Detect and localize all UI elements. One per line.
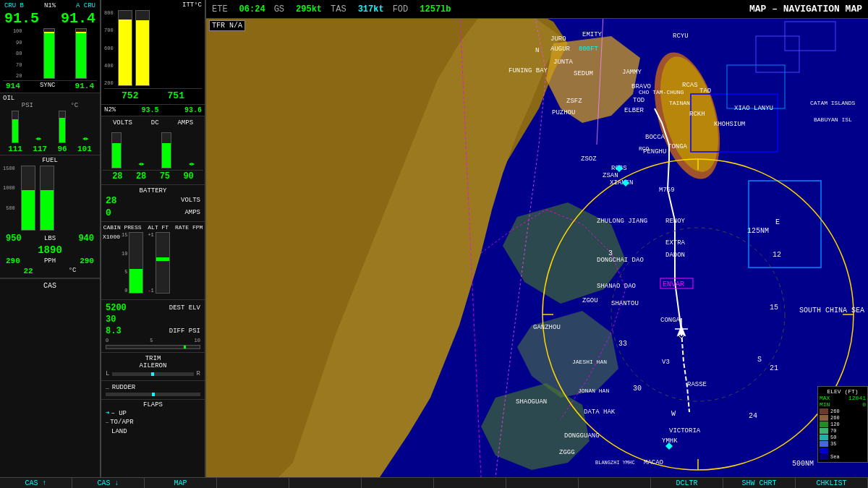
c-label: °C (70, 102, 78, 109)
elev-max-value: 12841 (848, 395, 866, 401)
dest-num: 30 (106, 314, 116, 325)
btn-empty3 (362, 478, 434, 488)
svg-text:SHANAO DAO: SHANAO DAO (597, 283, 636, 290)
svg-text:S: S (757, 356, 762, 364)
svg-text:500NM: 500NM (792, 460, 814, 468)
lbs-label: LBS (44, 235, 56, 244)
scale-20: 20 (13, 73, 22, 79)
btn-dcltr[interactable]: DCLTR (651, 478, 723, 488)
svg-text:AUGUR: AUGUR (550, 46, 571, 53)
btn-chklist[interactable]: CHKLIST (796, 478, 868, 488)
fuel-1000: 1000 (3, 185, 15, 191)
cabin-15: 15 (122, 232, 127, 238)
svg-text:BLANGZHI YMHC: BLANGZHI YMHC (595, 460, 635, 466)
svg-text:SEDUM: SEDUM (574, 70, 593, 77)
cas-label: CAS (43, 282, 56, 290)
bat-volts: 28 (106, 195, 117, 206)
pph-right: 290 (80, 257, 94, 265)
tas-label: TAS (331, 4, 346, 14)
n1-left-value: 91.5 (4, 10, 39, 27)
fod-label: FOD (393, 4, 409, 14)
ete-label: ETE (212, 4, 228, 14)
header-bar: ETE 06:24 GS 295kt TAS 317kt FOD 1257lb … (206, 0, 868, 19)
cabin-press-header: CABIN PRESS ALT FT RATE FPM (103, 224, 203, 231)
btn-empty5 (506, 478, 579, 488)
sync-left: 914 (6, 82, 20, 90)
dest-value: 5200 (106, 303, 127, 313)
svg-text:ZGGG: ZGGG (559, 449, 575, 456)
pph-label: PPH (44, 257, 56, 265)
svg-text:ZSFZ: ZSFZ (566, 98, 582, 105)
map-area[interactable]: ENVAR JURO EMITY AUGUR 800FT RCYU JUNTA … (206, 0, 868, 477)
scale-700: 700 (104, 27, 114, 33)
svg-text:KHOHSIUM: KHOHSIUM (714, 121, 745, 128)
aileron-label: AILERON (103, 362, 203, 369)
svg-text:VICTORIA: VICTORIA (669, 427, 701, 435)
svg-text:RCO: RCO (639, 145, 650, 152)
svg-text:SOUTH CHINA SEA: SOUTH CHINA SEA (799, 307, 864, 314)
tfr-label: TFR N/A (209, 20, 245, 31)
temp-left: 96 (57, 145, 67, 153)
diff-scale-5: 5 (150, 338, 153, 343)
pph-left: 290 (6, 257, 20, 265)
btn-map[interactable]: MAP (145, 478, 217, 488)
trim-lr-right: R (197, 370, 200, 377)
scale-100: 100 (13, 28, 22, 34)
itt-header: ITT°C (104, 1, 202, 9)
diff-psi-label: DIFF PSI (169, 328, 200, 335)
flaps-up: – UP (111, 410, 127, 417)
bat-amps-label: AMPS (184, 209, 200, 218)
svg-text:JUNTA: JUNTA (553, 59, 574, 66)
x1000-label: X1000 (103, 232, 120, 240)
svg-text:E: E (775, 218, 780, 226)
btn-cas-dn[interactable]: CAS ↓ (72, 478, 145, 488)
svg-text:BABUYAN ISL: BABUYAN ISL (814, 116, 852, 123)
fuel-lbs-right: 940 (78, 234, 94, 244)
elev-min-value: 0 (862, 401, 866, 408)
battery-label: BATTERY (103, 187, 203, 194)
rudder-label: RUDDER (112, 384, 135, 391)
amps-label: AMPS (177, 119, 193, 127)
psi-label: PSI (22, 102, 33, 109)
svg-text:CONGA: CONGA (660, 317, 681, 324)
bottom-bar: CAS ↑ CAS ↓ MAP DCLTR SHW CHRT CHKLIST (0, 477, 868, 488)
svg-text:FUNING BAY: FUNING BAY (509, 67, 548, 74)
btn-empty1 (217, 478, 289, 488)
itt-left: 752 (122, 90, 138, 101)
svg-text:ELBER: ELBER (624, 107, 644, 114)
svg-text:RENOY: RENOY (665, 218, 686, 225)
svg-text:RASSE: RASSE (687, 381, 707, 388)
fod-value: 1257lb (420, 4, 451, 14)
svg-text:JAESHI HAN: JAESHI HAN (572, 359, 607, 365)
svg-text:ZGOU: ZGOU (582, 297, 598, 304)
svg-text:DONGGUANG: DONGGUANG (564, 432, 600, 440)
cru-b-label: CRU B (4, 2, 24, 9)
svg-text:DADON: DADON (665, 252, 685, 259)
svg-text:CATAM ISLANDS: CATAM ISLANDS (810, 100, 856, 106)
ete-value: 06:24 (239, 4, 265, 14)
cabin-0: 0 (122, 288, 127, 294)
svg-text:TAO: TAO (699, 87, 711, 95)
svg-text:CHO TAM-CHUNG: CHO TAM-CHUNG (639, 89, 684, 95)
svg-text:12: 12 (773, 251, 781, 259)
svg-text:PUZHOU: PUZHOU (552, 109, 575, 116)
elev-legend: ELEV (FT) MAX 12841 MIN 0 260 260 120 70… (817, 386, 868, 463)
diff-scale-10: 10 (195, 338, 200, 343)
c-fuel: 22 (23, 267, 33, 275)
svg-text:JURO: JURO (550, 35, 566, 43)
trim-lr-left: L (106, 370, 109, 377)
cabin-5: 5 (122, 269, 127, 275)
svg-text:DONGCHAI DAO: DONGCHAI DAO (597, 257, 644, 264)
btn-shw-chrt[interactable]: SHW CHRT (723, 478, 796, 488)
n2-left: 93.5 (142, 106, 159, 114)
btn-cas-up[interactable]: CAS ↑ (0, 478, 72, 488)
cabin-pos1: +1 (148, 232, 153, 238)
ff-90: 90 (183, 171, 193, 181)
svg-text:MACAO: MACAO (644, 459, 663, 466)
scale-600: 600 (104, 46, 114, 51)
itt-right: 751 (168, 90, 184, 101)
svg-text:ZSOZ: ZSOZ (581, 155, 597, 163)
fuel-500: 500 (3, 205, 15, 211)
scale-90: 90 (13, 40, 22, 46)
svg-text:RCKH: RCKH (689, 111, 705, 118)
